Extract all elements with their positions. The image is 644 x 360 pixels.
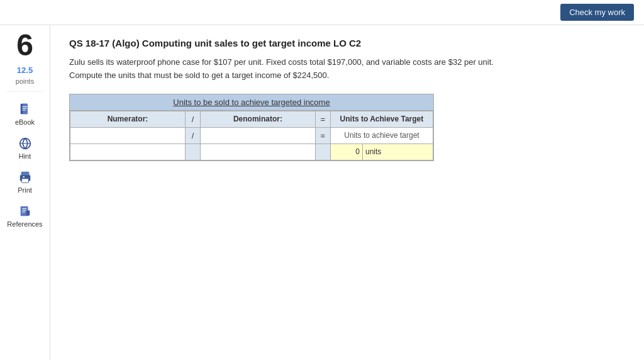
svg-rect-15 bbox=[26, 210, 30, 215]
formula-table-container: Units to be sold to achieve targeted inc… bbox=[69, 94, 434, 161]
table-row-1: / = Units to achieve target bbox=[70, 127, 433, 143]
denominator-input[interactable] bbox=[203, 132, 313, 140]
points-value: 12.5 bbox=[17, 65, 33, 75]
svg-rect-10 bbox=[23, 176, 25, 177]
points-label: points bbox=[16, 77, 34, 85]
row2-divider bbox=[185, 143, 200, 160]
references-label: References bbox=[7, 220, 42, 228]
sidebar: 6 12.5 points eBook Hint Print R bbox=[0, 25, 50, 360]
row1-divider: / bbox=[185, 127, 200, 143]
top-bar: Check my work bbox=[0, 0, 644, 25]
table-header: Units to be sold to achieve targeted inc… bbox=[70, 94, 433, 111]
row2-equals bbox=[315, 143, 330, 160]
question-number: 6 bbox=[16, 30, 33, 60]
col-equals: = bbox=[315, 111, 330, 127]
result-label-cell: Units to achieve target bbox=[330, 127, 433, 143]
numerator-input-cell[interactable] bbox=[70, 127, 186, 143]
main-content: QS 18-17 (Algo) Computing unit sales to … bbox=[50, 25, 644, 360]
hint-label: Hint bbox=[19, 152, 31, 160]
result-value-cell: 0 bbox=[330, 143, 362, 160]
denominator-input-2[interactable] bbox=[203, 148, 313, 157]
print-label: Print bbox=[18, 186, 32, 194]
main-layout: 6 12.5 points eBook Hint Print R bbox=[0, 25, 644, 360]
row1-equals: = bbox=[315, 127, 330, 143]
col-header-result: Units to Achieve Target bbox=[330, 111, 433, 127]
sidebar-item-references[interactable]: References bbox=[3, 200, 47, 232]
question-title: QS 18-17 (Algo) Computing unit sales to … bbox=[69, 38, 625, 48]
svg-rect-1 bbox=[23, 104, 27, 115]
numerator-input[interactable] bbox=[73, 132, 182, 140]
formula-table: Numerator: / Denominator: = Units to Ach… bbox=[70, 111, 433, 160]
sidebar-item-print[interactable]: Print bbox=[3, 166, 47, 198]
sidebar-divider bbox=[6, 91, 44, 92]
sidebar-item-hint[interactable]: Hint bbox=[3, 132, 47, 164]
svg-rect-9 bbox=[21, 179, 28, 183]
table-row-2: 0 units bbox=[70, 143, 433, 160]
sidebar-item-ebook[interactable]: eBook bbox=[3, 98, 47, 130]
denominator-input-cell[interactable] bbox=[200, 127, 315, 143]
col-header-numerator: Numerator: bbox=[70, 111, 186, 127]
ebook-label: eBook bbox=[15, 118, 35, 126]
numerator-input-cell-2[interactable] bbox=[70, 143, 186, 160]
denominator-input-cell-2[interactable] bbox=[200, 143, 315, 160]
units-label-cell: units bbox=[363, 143, 433, 160]
print-icon bbox=[18, 170, 33, 185]
hint-icon bbox=[18, 136, 33, 151]
col-header-denominator: Denominator: bbox=[200, 111, 315, 127]
check-my-work-button[interactable]: Check my work bbox=[560, 4, 634, 21]
question-text: Zulu sells its waterproof phone case for… bbox=[69, 56, 497, 82]
col-divider: / bbox=[185, 111, 200, 127]
references-icon bbox=[18, 204, 33, 219]
numerator-input-2[interactable] bbox=[73, 148, 182, 157]
ebook-icon bbox=[18, 102, 33, 117]
